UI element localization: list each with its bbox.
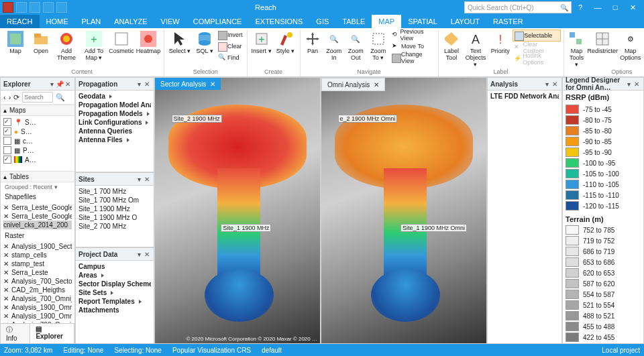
footer-tab-info[interactable]: ⓘ Info [1, 324, 30, 343]
tab-extensions[interactable]: EXTENSIONS [248, 15, 309, 28]
status-editing[interactable]: Editing: None [63, 347, 103, 354]
panel-close-icon[interactable]: ✕ [143, 250, 151, 258]
map-layer-row[interactable]: A… [3, 155, 72, 164]
raster-item[interactable]: ✕ Analysis_700_Sector_ [3, 277, 72, 286]
change-view-button[interactable]: Change View [390, 52, 435, 63]
panel-close-icon[interactable]: ✕ [143, 80, 151, 88]
qat-redo-icon[interactable] [43, 2, 54, 13]
raster-item[interactable]: ✕ stamp_cells [3, 251, 72, 259]
invert-button[interactable]: Invert [217, 29, 244, 40]
site-item[interactable]: Site_1 1900 MHz O [78, 213, 151, 222]
status-crs[interactable]: Popular Visualization CRS [172, 347, 251, 354]
collapse-icon[interactable]: ▴ [3, 173, 7, 180]
chevron-down-icon[interactable]: ▾ [135, 175, 143, 183]
tab-table[interactable]: TABLE [335, 15, 372, 28]
tab-view[interactable]: VIEW [154, 15, 186, 28]
site-label[interactable]: Site_1 1900 MHz [221, 224, 271, 232]
status-default[interactable]: default [262, 347, 282, 354]
redistricter-button[interactable]: Redistricter [588, 29, 617, 55]
select-button[interactable]: Select ▾ [167, 29, 193, 55]
quick-search-input[interactable]: Quick Search (Ctrl+Q)🔍 [464, 1, 572, 13]
propagation-item[interactable]: Link Configurations [78, 118, 151, 127]
nav-fwd-icon[interactable]: › [9, 93, 11, 101]
qat-save-icon[interactable] [16, 2, 27, 13]
project-data-item[interactable]: Attachments [78, 306, 151, 314]
find-button[interactable]: 🔍Find [217, 52, 244, 63]
status-zoom[interactable]: Zoom: 3,082 km [4, 347, 52, 354]
map-button[interactable]: Map [3, 29, 28, 55]
panel-close-icon[interactable]: ✕ [143, 175, 151, 183]
propagation-item[interactable]: Propagation Models [78, 109, 151, 118]
site-label[interactable]: Site_1 1900 MHz Omni [400, 224, 467, 232]
open-button[interactable]: Open [30, 29, 52, 55]
map-sector-analysis[interactable]: Sector Analysis✕ Site_2 1900 MHz Site_1 … [154, 77, 321, 344]
tab-raster[interactable]: RASTER [486, 15, 530, 28]
text-objects-button[interactable]: AText Objects ▾ [464, 29, 488, 68]
tab-map[interactable]: MAP [372, 15, 401, 28]
site-item[interactable]: Site_1 700 MHz Om [78, 196, 151, 204]
panel-close-icon[interactable]: ✕ [64, 80, 72, 88]
previous-view-button[interactable]: ⟲Previous View [390, 29, 435, 40]
zoom-to-button[interactable]: Zoom To ▾ [368, 29, 389, 62]
shapefile-item[interactable]: ✕ Serra_Leste_Google_ [3, 203, 72, 212]
clear-button[interactable]: Clear [217, 41, 244, 52]
clear-custom-button[interactable]: ✕Clear Custom [513, 42, 560, 53]
qat-undo-icon[interactable] [30, 2, 40, 13]
footer-tab-explorer[interactable]: ▤ Explorer [30, 324, 74, 343]
pan-button[interactable]: Pan [303, 29, 323, 55]
raster-item[interactable]: ✕ Analysis_700_Omni_ [3, 294, 72, 303]
chevron-down-icon[interactable]: ▾ [543, 80, 551, 88]
chevron-down-icon[interactable]: ▾ [135, 250, 143, 258]
zoom-out-button[interactable]: 🔍Zoom Out [345, 29, 366, 62]
raster-item[interactable]: ✕ Analysis_1900_Omni_ [3, 312, 72, 320]
propagation-item[interactable]: Propagation Model Anal [78, 101, 151, 109]
refresh-icon[interactable]: ⟳ [13, 93, 19, 102]
propagation-item[interactable]: Geodata [78, 92, 151, 101]
close-icon[interactable]: ✕ [624, 1, 641, 13]
zoom-in-button[interactable]: 🔍Zoom In [323, 29, 344, 62]
site-item[interactable]: Site_1 700 MHz [78, 187, 151, 196]
analysis-item[interactable]: LTE FDD Network Analyses [490, 92, 559, 101]
raster-item[interactable]: ✕ Serra_Leste [3, 268, 72, 277]
minimize-icon[interactable]: — [589, 1, 606, 13]
collapse-icon[interactable]: ▴ [3, 107, 7, 114]
add-theme-button[interactable]: Add Theme [54, 29, 79, 62]
explorer-search-input[interactable] [22, 92, 53, 103]
heatmap-button[interactable]: Heatmap [136, 29, 161, 55]
chevron-down-icon[interactable]: ▾ [135, 80, 143, 88]
raster-item[interactable]: ✕ stamp_test [3, 259, 72, 268]
pin-icon[interactable]: 📌 [56, 80, 64, 88]
tab-file[interactable]: REACH [0, 15, 40, 28]
raster-item[interactable]: ✕ Analysis_1900_Secto [3, 242, 72, 251]
tab-gis[interactable]: GIS [309, 15, 335, 28]
tab-close-icon[interactable]: ✕ [374, 81, 379, 88]
selectable-toggle[interactable]: Selectable [513, 29, 560, 42]
site-label[interactable]: Site_2 1900 MHz [172, 115, 222, 123]
help-icon[interactable]: ? [572, 1, 589, 13]
propagation-item[interactable]: Antenna Files [78, 135, 151, 144]
tab-plan[interactable]: PLAN [75, 15, 108, 28]
style-button[interactable]: Style ▾ [274, 29, 297, 55]
nav-back-icon[interactable]: ‹ [3, 93, 6, 101]
map-tools-button[interactable]: Map Tools ▾ [567, 29, 587, 68]
label-tool-button[interactable]: Label Tool [441, 29, 462, 62]
tab-analyze[interactable]: ANALYZE [107, 15, 154, 28]
site-label[interactable]: e_2 1900 MHz Omni [338, 115, 398, 123]
panel-close-icon[interactable]: ✕ [633, 80, 641, 88]
cosmetic-button[interactable]: Cosmetic [109, 29, 134, 55]
add-to-map-button[interactable]: +Add To Map ▾ [80, 29, 107, 62]
project-data-item[interactable]: Campus [78, 262, 151, 271]
tables-grouping[interactable]: Grouped : Recent ▾ [5, 184, 58, 190]
project-data-item[interactable]: Sector Display Schemes [78, 280, 151, 288]
site-item[interactable]: Site_2 700 MHz [78, 222, 151, 231]
chevron-down-icon[interactable]: ▾ [48, 80, 56, 88]
project-data-item[interactable]: Areas [78, 271, 151, 280]
map-layer-row[interactable]: 📍S… [3, 117, 72, 127]
move-to-button[interactable]: ➤Move To [390, 41, 435, 52]
map-layer-row[interactable]: ▦P… [3, 145, 72, 155]
site-item[interactable]: Site_1 1900 MHz [78, 204, 151, 213]
tab-close-icon[interactable]: ✕ [210, 80, 215, 88]
project-data-item[interactable]: Site Sets [78, 288, 151, 297]
status-selecting[interactable]: Selecting: None [114, 347, 162, 354]
insert-button[interactable]: +Insert ▾ [250, 29, 273, 55]
